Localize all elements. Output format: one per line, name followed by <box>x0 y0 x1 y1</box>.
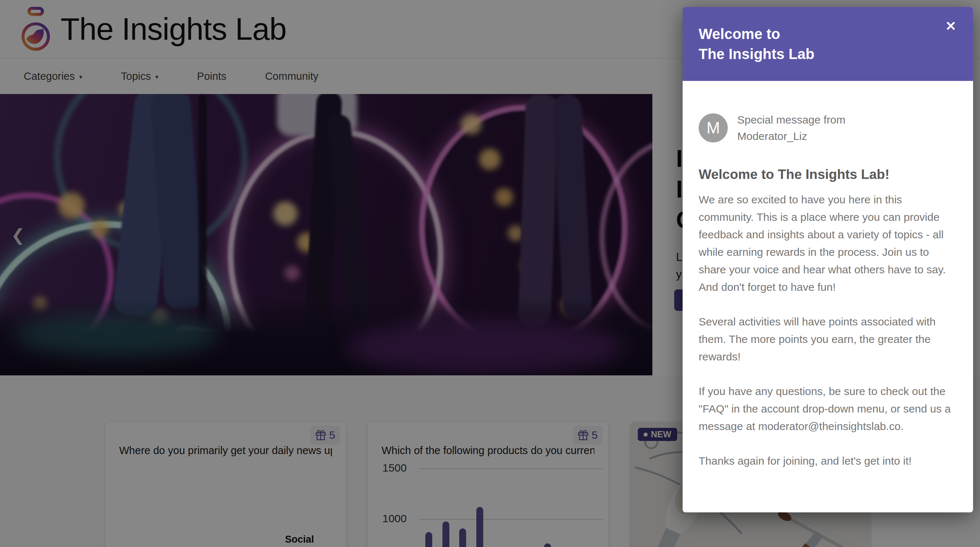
welcome-modal-header: Welcome to The Insights Lab ✕ <box>682 7 973 81</box>
message-paragraph: If you have any questions, be sure to ch… <box>698 383 957 435</box>
close-icon[interactable]: ✕ <box>945 19 956 34</box>
sender-line: Moderator_Liz <box>737 128 846 144</box>
message-paragraph: Several activities will have points asso… <box>698 313 957 366</box>
welcome-modal: Welcome to The Insights Lab ✕ M Special … <box>682 7 973 512</box>
modal-title-line: Welcome to <box>698 26 973 42</box>
message-heading: Welcome to The Insights Lab! <box>698 167 957 182</box>
welcome-modal-body: M Special message from Moderator_Liz Wel… <box>682 111 973 470</box>
sender-line: Special message from <box>737 111 846 128</box>
sender-text: Special message from Moderator_Liz <box>737 111 846 144</box>
message-paragraph: Thanks again for joining, and let's get … <box>698 452 957 470</box>
message-paragraph: We are so excited to have you here in th… <box>698 191 957 296</box>
avatar: M <box>698 113 728 143</box>
page: The Insights Lab Categories ▾ Topics ▾ P… <box>0 0 980 547</box>
modal-title-line: The Insights Lab <box>698 46 973 62</box>
message-sender: M Special message from Moderator_Liz <box>698 111 957 144</box>
